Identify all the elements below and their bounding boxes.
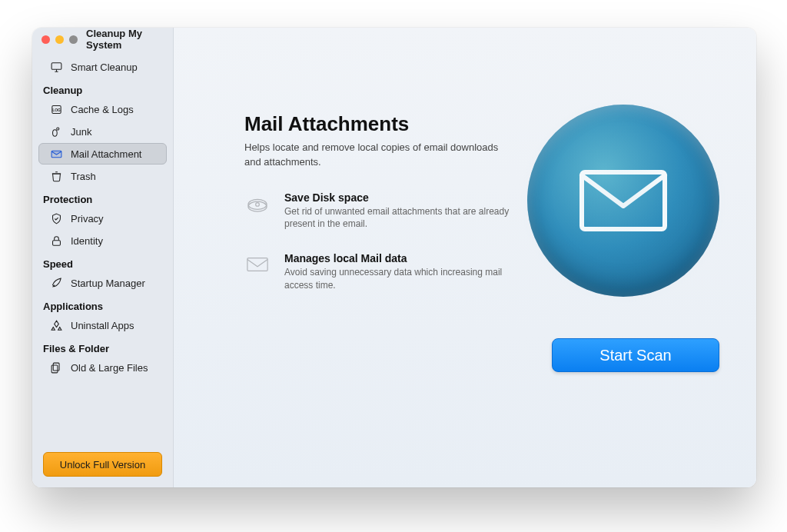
sidebar: Cleanup My System Smart Cleanup Cleanup …: [32, 28, 174, 487]
feature-title: Save Disk space: [284, 191, 521, 204]
main-content: Mail Attachments Helps locate and remove…: [174, 28, 756, 487]
svg-point-11: [256, 202, 260, 206]
sidebar-item-trash[interactable]: Trash: [38, 165, 167, 187]
sidebar-item-old-large-files[interactable]: Old & Large Files: [38, 357, 167, 378]
svg-rect-6: [52, 240, 60, 244]
files-icon: [49, 361, 63, 374]
sidebar-item-cache-logs[interactable]: LOG Cache & Logs: [38, 98, 167, 120]
app-window: Cleanup My System Smart Cleanup Cleanup …: [32, 28, 756, 487]
sidebar-item-mail-attachment[interactable]: Mail Attachment: [38, 143, 167, 165]
sidebar-item-label: Smart Cleanup: [71, 62, 138, 73]
mail-icon: [49, 147, 63, 161]
titlebar: Cleanup My System: [32, 28, 173, 51]
svg-point-3: [52, 129, 57, 136]
scan-label: Start Scan: [599, 347, 671, 364]
sidebar-item-label: Uninstall Apps: [71, 320, 134, 331]
mail-hero-icon: [577, 166, 669, 235]
feature-desc: Avoid saving unnecessary data which incr…: [284, 266, 521, 292]
page-subtitle: Helps locate and remove local copies of …: [244, 141, 506, 170]
apps-icon: [49, 318, 63, 332]
trash-icon: [49, 169, 63, 183]
feature-title: Manages local Mail data: [284, 252, 521, 264]
start-scan-button[interactable]: Start Scan: [552, 338, 719, 372]
sidebar-item-junk[interactable]: Junk: [38, 121, 167, 142]
section-head-cleanup: Cleanup: [32, 78, 173, 98]
section-head-applications: Applications: [32, 294, 173, 314]
sidebar-item-uninstall-apps[interactable]: Uninstall Apps: [38, 314, 167, 336]
section-head-speed: Speed: [32, 252, 173, 271]
sidebar-item-label: Mail Attachment: [71, 148, 142, 160]
sidebar-item-startup-manager[interactable]: Startup Manager: [38, 272, 167, 294]
feature-save-disk: Save Disk space Get rid of unwanted emai…: [244, 191, 521, 231]
svg-rect-8: [51, 364, 58, 372]
svg-text:LOG: LOG: [52, 108, 61, 111]
sidebar-item-label: Identity: [71, 235, 103, 247]
svg-point-10: [248, 199, 267, 209]
close-window-button[interactable]: [42, 35, 50, 44]
log-icon: LOG: [49, 102, 63, 116]
sidebar-item-label: Trash: [71, 171, 96, 182]
section-head-files: Files & Folder: [32, 337, 173, 356]
footprint-icon: [49, 125, 63, 138]
sidebar-item-label: Cache & Logs: [71, 104, 134, 115]
feature-desc: Get rid of unwanted email attachments th…: [284, 205, 521, 231]
svg-point-4: [56, 128, 58, 130]
sidebar-item-privacy[interactable]: Privacy: [38, 208, 167, 229]
disk-icon: [244, 193, 271, 214]
minimize-window-button[interactable]: [55, 35, 64, 44]
rocket-icon: [49, 276, 63, 290]
svg-rect-0: [51, 62, 61, 69]
sidebar-item-label: Privacy: [71, 213, 104, 224]
zoom-window-button[interactable]: [69, 35, 78, 44]
svg-rect-13: [582, 172, 665, 229]
hero-mail-graphic: [527, 105, 719, 297]
monitor-icon: [49, 60, 63, 74]
shield-icon: [49, 211, 63, 225]
window-controls: [42, 35, 78, 44]
nav: Smart Cleanup Cleanup LOG Cache & Logs J…: [32, 51, 173, 379]
sidebar-item-label: Junk: [71, 126, 91, 138]
sidebar-item-smart-cleanup[interactable]: Smart Cleanup: [38, 56, 167, 78]
sidebar-item-label: Old & Large Files: [71, 362, 148, 374]
svg-rect-12: [247, 258, 267, 271]
unlock-full-version-button[interactable]: Unlock Full Version: [43, 452, 162, 477]
svg-rect-7: [53, 363, 59, 371]
envelope-icon: [244, 254, 271, 275]
lock-icon: [49, 234, 63, 248]
sidebar-item-label: Startup Manager: [71, 278, 145, 289]
sidebar-item-identity[interactable]: Identity: [38, 230, 167, 251]
unlock-label: Unlock Full Version: [60, 459, 145, 470]
feature-mail-data: Manages local Mail data Avoid saving unn…: [244, 252, 521, 292]
app-title: Cleanup My System: [86, 28, 164, 51]
section-head-protection: Protection: [32, 188, 173, 207]
